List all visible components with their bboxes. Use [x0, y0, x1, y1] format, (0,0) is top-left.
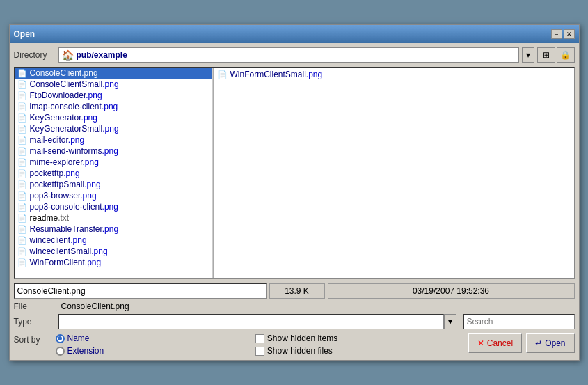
open-label: Open	[545, 338, 565, 348]
close-button[interactable]: ✕	[564, 29, 575, 39]
file-icon: 📄	[17, 169, 27, 178]
home-icon: 🏠	[62, 49, 74, 61]
checkbox-item[interactable]: Show hidden files	[255, 346, 337, 356]
list-item[interactable]: 📄winceclientSmall.png	[15, 246, 212, 257]
file-name: WinFormClient.png	[30, 258, 102, 267]
file-name: pocketftpSmall.png	[30, 180, 101, 189]
search-input[interactable]	[463, 314, 575, 329]
type-label: Type	[14, 317, 56, 327]
file-label: File	[14, 301, 56, 311]
file-name: imap-console-client.png	[30, 102, 118, 111]
path-dropdown-button[interactable]: ▾	[522, 47, 534, 63]
list-item[interactable]: 📄ConsoleClient.png	[15, 68, 212, 79]
filename-input[interactable]	[14, 283, 267, 299]
file-name: mail-editor.png	[30, 135, 85, 145]
list-item[interactable]: 📄imap-console-client.png	[15, 101, 212, 112]
toolbar-icons: ⊞ 🔒	[537, 47, 575, 63]
file-name: WinFormClientSmall.png	[230, 70, 323, 79]
minimize-button[interactable]: –	[551, 29, 562, 39]
cancel-button[interactable]: ✕ Cancel	[468, 333, 522, 353]
list-item[interactable]: 📄mail-editor.png	[15, 134, 212, 146]
file-icon: 📄	[17, 69, 27, 78]
toolbar-row: Directory 🏠 pub/example ▾ ⊞ 🔒	[14, 47, 575, 63]
list-item[interactable]: 📄KeyGenerator.png	[15, 112, 212, 123]
list-item[interactable]: 📄pop3-console-client.png	[15, 201, 212, 212]
file-name: winceclientSmall.png	[30, 246, 108, 256]
type-dropdown-button[interactable]: ▾	[444, 314, 456, 329]
file-icon: 📄	[17, 125, 27, 134]
file-name: KeyGeneratorSmall.png	[30, 124, 119, 134]
filename-row: 13.9 K 03/19/2007 19:52:36	[14, 283, 575, 299]
type-combo: ▾	[58, 314, 456, 329]
radio-group: NameExtension	[56, 333, 104, 356]
directory-label: Directory	[14, 50, 56, 60]
radio-item[interactable]: Extension	[56, 346, 104, 356]
checkbox-group: Show hidden itemsShow hidden files	[255, 333, 337, 356]
action-buttons: ✕ Cancel ↵ Open	[468, 333, 575, 353]
file-icon: 📄	[17, 136, 27, 145]
lock-button[interactable]: 🔒	[557, 47, 575, 63]
checkbox-box[interactable]	[255, 334, 264, 343]
list-item[interactable]: 📄KeyGeneratorSmall.png	[15, 123, 212, 134]
file-value: ConsoleClient.png	[58, 300, 575, 313]
file-name: pop3-browser.png	[30, 191, 97, 201]
file-icon: 📄	[17, 236, 27, 245]
file-name: mail-send-winforms.png	[30, 146, 118, 156]
list-item[interactable]: 📄WinFormClient.png	[15, 257, 212, 268]
sort-by-label: Sort by	[14, 333, 56, 345]
cancel-icon: ✕	[477, 338, 484, 348]
list-item[interactable]: 📄pop3-browser.png	[15, 190, 212, 201]
file-icon: 📄	[17, 180, 27, 189]
type-input[interactable]	[58, 314, 444, 329]
file-icon: 📄	[17, 203, 27, 212]
file-icon: 📄	[17, 191, 27, 201]
dialog-body: Directory 🏠 pub/example ▾ ⊞ 🔒 📄ConsoleCl…	[10, 43, 579, 360]
checkbox-item[interactable]: Show hidden items	[255, 333, 337, 343]
file-name: FtpDownloader.png	[30, 91, 102, 100]
checkbox-label: Show hidden files	[267, 346, 333, 356]
list-item[interactable]: 📄ResumableTransfer.png	[15, 223, 212, 235]
bottom-row: Sort by NameExtension Show hidden itemsS…	[14, 333, 575, 356]
file-name: ConsoleClient.png	[30, 68, 98, 78]
list-item[interactable]: 📄readme.txt	[15, 212, 212, 223]
right-panel: 📄WinFormClientSmall.png	[214, 68, 574, 278]
checkbox-box[interactable]	[255, 347, 264, 356]
list-item[interactable]: 📄pocketftpSmall.png	[15, 179, 212, 190]
grid-view-button[interactable]: ⊞	[537, 47, 555, 63]
list-item[interactable]: 📄ConsoleClientSmall.png	[15, 79, 212, 90]
radio-circle[interactable]	[56, 347, 65, 356]
type-row: Type ▾	[14, 314, 575, 329]
file-icon: 📄	[17, 214, 27, 223]
file-icon: 📄	[17, 147, 27, 156]
radio-item[interactable]: Name	[56, 333, 104, 343]
path-text: pub/example	[77, 50, 127, 60]
file-name: KeyGenerator.png	[30, 113, 97, 123]
file-icon: 📄	[17, 91, 27, 100]
file-icon: 📄	[17, 113, 27, 123]
file-name: ConsoleClientSmall.png	[30, 79, 119, 89]
file-name: winceclient.png	[30, 235, 87, 245]
list-item[interactable]: 📄mime-explorer.png	[15, 157, 212, 168]
radio-label: Extension	[67, 346, 104, 356]
list-item[interactable]: 📄FtpDownloader.png	[15, 90, 212, 101]
file-icon: 📄	[17, 258, 27, 267]
radio-label: Name	[67, 333, 90, 343]
file-icon: 📄	[17, 225, 27, 234]
list-item[interactable]: 📄WinFormClientSmall.png	[215, 69, 573, 80]
file-icon: 📄	[17, 80, 27, 89]
radio-circle[interactable]	[56, 334, 65, 343]
open-button[interactable]: ↵ Open	[526, 333, 574, 353]
list-item[interactable]: 📄pocketftp.png	[15, 168, 212, 179]
list-item[interactable]: 📄winceclient.png	[15, 235, 212, 246]
file-icon: 📄	[17, 247, 27, 256]
title-controls: – ✕	[551, 29, 575, 39]
list-item[interactable]: 📄mail-send-winforms.png	[15, 146, 212, 157]
file-name: readme.txt	[30, 213, 70, 223]
file-icon: 📄	[17, 158, 27, 167]
file-icon: 📄	[17, 102, 27, 111]
open-dialog: Open – ✕ Directory 🏠 pub/example ▾ ⊞ 🔒 📄…	[9, 24, 580, 361]
title-bar: Open – ✕	[10, 25, 579, 43]
file-name: pop3-console-client.png	[30, 202, 118, 212]
file-icon: 📄	[218, 70, 228, 79]
checkbox-label: Show hidden items	[267, 333, 337, 343]
